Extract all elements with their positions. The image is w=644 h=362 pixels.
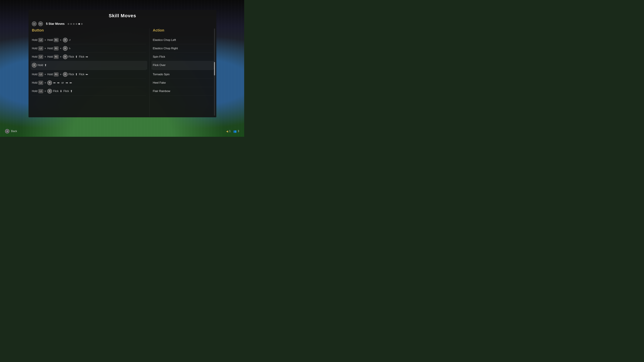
arrow-left-5: ⬅	[86, 72, 88, 76]
plus-5b: +	[60, 73, 62, 76]
action-column-header: Action	[153, 28, 213, 33]
l2-button[interactable]: L2	[32, 21, 36, 26]
l2-btn-1: L2	[38, 38, 43, 42]
back-button[interactable]: ⊙ Back	[5, 129, 17, 133]
r1-btn-5: R1	[54, 72, 58, 76]
dot-6	[81, 23, 83, 25]
r-btn-5: R	[63, 72, 68, 77]
scrollbar[interactable]	[214, 28, 215, 116]
r-btn-2: R	[63, 46, 68, 51]
flick-text-5b: Flick	[79, 73, 84, 76]
divider	[32, 70, 146, 70]
rotate-left-arrow-1: ↺	[69, 39, 71, 41]
r-btn-4: R	[32, 63, 36, 67]
action-text-2: Elastico Chop Right	[153, 47, 178, 50]
flick-text-7: Flick	[53, 90, 58, 93]
flick-text-7b: Flick	[64, 90, 69, 93]
action-column: Action Elastico Chop Left Elastico Chop …	[149, 28, 213, 117]
action-row-6: Heel Fake	[153, 79, 213, 87]
arrow-right-6b: ➡	[66, 81, 68, 85]
arrow-up-4: ⬆	[44, 63, 47, 67]
r-btn-3: R	[63, 54, 68, 59]
hold-text-6: Hold	[32, 81, 38, 84]
plus-5: +	[44, 73, 46, 76]
arrow-up-7: ⬆	[70, 89, 72, 93]
move-row-5: Hold L2 + Hold R1 + R Flick ⬆ Flick ⬅	[32, 70, 146, 79]
panel-title: Skill Moves	[28, 10, 216, 20]
content-area: Button Hold L2 + Hold R1 + R ↺ Hold L2 +…	[28, 28, 216, 117]
rotate-right-arrow-2: ↻	[69, 47, 71, 50]
plus-7: +	[44, 90, 46, 93]
plus-3: +	[44, 55, 46, 58]
r1-btn-2: R1	[54, 46, 58, 50]
r2-button[interactable]: R2	[38, 21, 43, 26]
arrow-left-6b: ⬅	[70, 81, 72, 85]
plus-3b: +	[60, 55, 62, 58]
move-row-7: Hold L1 + R Flick ⬇ Flick ⬆	[32, 87, 146, 95]
flick-text-3b: Flick	[79, 55, 84, 58]
arrow-up-3: ⬆	[75, 55, 78, 59]
or-text-6: or	[62, 81, 64, 84]
arrow-right-3: ➡	[86, 55, 88, 59]
l2-btn-5: L2	[38, 72, 43, 76]
page-number: 1	[229, 130, 230, 133]
back-circle-icon: ⊙	[5, 129, 10, 133]
action-row-2: Elastico Chop Right	[153, 44, 213, 53]
r-btn-7: R	[47, 89, 52, 93]
player-count-item: 👥 3	[233, 130, 239, 133]
arrow-right-6: ➡	[57, 81, 60, 85]
dot-3	[73, 23, 75, 25]
plus-1b: +	[60, 38, 62, 41]
nav-row: L2 R2 5 Star Moves	[28, 20, 216, 28]
arrow-left-6: ⬅	[53, 81, 56, 85]
button-column-header: Button	[32, 28, 146, 33]
arrow-down-7: ⬇	[60, 89, 62, 93]
hold-text-5: Hold	[32, 73, 38, 76]
l2-btn-6: L2	[38, 81, 43, 85]
r1-btn-1: R1	[54, 38, 58, 42]
bottom-nav: ⊙ Back ◀ 1 👥 3	[0, 129, 244, 133]
action-text-3: Spin Flick	[153, 55, 165, 58]
action-row-7: Flair Rainbow	[153, 87, 213, 95]
action-text-5: Tornado Spin	[153, 73, 170, 76]
plus-1: +	[44, 38, 46, 41]
action-text-7: Flair Rainbow	[153, 89, 170, 93]
move-row-6: Hold L2 + R ⬅ ➡ or ➡ ⬅	[32, 79, 146, 87]
r1-btn-3: R1	[54, 55, 58, 59]
action-row-5: Tornado Spin	[153, 70, 213, 79]
l1-btn-7: L1	[38, 89, 43, 93]
back-label: Back	[11, 130, 17, 133]
dot-2	[70, 23, 72, 25]
skill-moves-panel: Skill Moves L2 R2 5 Star Moves Button Ho…	[28, 10, 216, 117]
move-row-1: Hold L2 + Hold R1 + R ↺	[32, 36, 146, 44]
r-btn-1: R	[63, 38, 68, 42]
action-text-4: Flick Over	[153, 63, 166, 67]
l2-btn-2: L2	[38, 46, 43, 50]
hold-text-1: Hold	[32, 38, 38, 41]
hold-text-2: Hold	[32, 47, 38, 50]
move-row-2: Hold L2 + Hold R1 + R ↻	[32, 44, 146, 53]
l2-btn-3: L2	[38, 55, 43, 59]
flick-text-3: Flick	[68, 55, 74, 58]
move-row-4: R Hold ⬆	[30, 61, 147, 69]
dot-5	[78, 23, 80, 25]
hold-text-2b: Hold	[47, 47, 53, 50]
page-info: ◀ 1 👥 3	[226, 130, 239, 133]
hold-text-1b: Hold	[47, 38, 53, 41]
move-row-3: Hold L2 + Hold R1 + R Flick ⬆ Flick ➡	[32, 53, 146, 61]
hold-text-7: Hold	[32, 90, 38, 93]
action-text-1: Elastico Chop Left	[153, 38, 176, 42]
scrollbar-thumb[interactable]	[214, 62, 215, 75]
page-dots	[68, 23, 83, 25]
plus-2: +	[44, 47, 46, 50]
page-number-item: ◀ 1	[226, 130, 230, 133]
plus-6: +	[44, 81, 46, 84]
player-count: 3	[238, 130, 239, 133]
hold-text-3b: Hold	[47, 55, 53, 58]
action-row-3: Spin Flick	[153, 53, 213, 61]
hold-text-5b: Hold	[47, 73, 53, 76]
flick-text-5: Flick	[68, 73, 74, 76]
hold-text-3: Hold	[32, 55, 38, 58]
r-btn-6: R	[47, 80, 52, 85]
plus-2b: +	[60, 47, 62, 50]
